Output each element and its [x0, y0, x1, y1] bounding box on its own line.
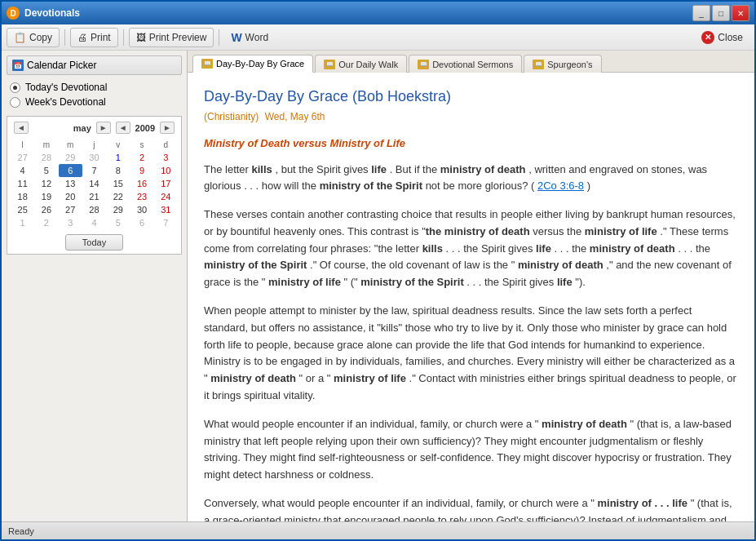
calendar-day[interactable]: 7 [82, 164, 106, 177]
calendar-day[interactable]: 7 [154, 216, 178, 229]
tab-icon-devotional-sermons: 📖 [418, 60, 429, 69]
main-area: 📅 Calendar Picker Today's Devotional Wee… [2, 51, 754, 521]
cal-header-s: s [130, 139, 153, 151]
window-close-button[interactable]: ✕ [732, 5, 749, 21]
print-button[interactable]: 🖨 Print [70, 28, 118, 47]
today-devotional-radio[interactable]: Today's Devotional [10, 82, 182, 93]
calendar-day[interactable]: 31 [154, 203, 178, 216]
tab-label-devotional-sermons: Devotional Sermons [432, 60, 513, 69]
minimize-button[interactable]: _ [692, 5, 710, 21]
cal-header-j: j [82, 139, 106, 151]
close-toolbar-button[interactable]: ✕ Close [695, 28, 749, 47]
calendar-day[interactable]: 29 [59, 151, 82, 164]
tab-spurgeons[interactable]: 📖 Spurgeon's [524, 55, 601, 73]
week-devotional-label: Week's Devotional [25, 96, 106, 108]
calendar-day[interactable]: 5 [106, 216, 130, 229]
toolbar-separator-3 [219, 29, 219, 46]
cal-header-m1: m [34, 139, 58, 151]
calendar-day[interactable]: 4 [82, 216, 106, 229]
print-preview-button[interactable]: 🖼 Print Preview [129, 28, 214, 47]
content-subtitle: (Christianity) Wed, May 6th [204, 109, 738, 124]
prev-year-button[interactable]: ◄ [116, 122, 130, 134]
calendar-day[interactable]: 9 [130, 164, 153, 177]
radio-dot-today [13, 86, 17, 90]
calendar-day[interactable]: 27 [11, 151, 34, 164]
calendar-day[interactable]: 30 [82, 151, 106, 164]
paragraph-4: What would people encounter if an indivi… [204, 416, 738, 484]
calendar-year: 2009 [135, 123, 155, 133]
calendar-day[interactable]: 30 [130, 203, 153, 216]
section-heading: Ministry of Death versus Ministry of Lif… [204, 135, 738, 152]
tab-icon-our-daily-walk: 📖 [324, 60, 335, 69]
calendar-day[interactable]: 11 [11, 177, 34, 190]
today-button[interactable]: Today [65, 234, 123, 251]
calendar-day[interactable]: 3 [59, 216, 82, 229]
calendar-day[interactable]: 8 [106, 164, 130, 177]
calendar-day[interactable]: 14 [82, 177, 106, 190]
calendar-day[interactable]: 18 [11, 190, 34, 203]
calendar-day[interactable]: 16 [130, 177, 153, 190]
subtitle-prefix: (Christianity) [204, 111, 259, 122]
maximize-button[interactable]: □ [712, 5, 730, 21]
calendar-day[interactable]: 1 [106, 151, 130, 164]
next-year-button[interactable]: ► [160, 122, 175, 134]
calendar-grid: l m m j v s d 27282930123456789101112131… [11, 139, 178, 229]
window-controls: _ □ ✕ [692, 5, 749, 21]
calendar-day[interactable]: 15 [106, 177, 130, 190]
calendar-day[interactable]: 22 [106, 190, 130, 203]
calendar-picker-header: 📅 Calendar Picker [7, 55, 182, 75]
content-title: Day-By-Day By Grace (Bob Hoekstra) [204, 86, 738, 108]
toolbar-separator-2 [123, 29, 124, 46]
copy-icon: 📋 [14, 32, 26, 43]
calendar-day[interactable]: 17 [154, 177, 178, 190]
cal-header-d: d [154, 139, 178, 151]
toolbar: 📋 Copy 🖨 Print 🖼 Print Preview W Word ✕ … [2, 24, 754, 51]
calendar-day[interactable]: 2 [34, 216, 58, 229]
calendar-day[interactable]: 6 [59, 164, 82, 177]
bible-ref-1[interactable]: 2Co 3:6-8 [537, 180, 584, 192]
calendar-day[interactable]: 28 [34, 151, 58, 164]
calendar-day[interactable]: 24 [154, 190, 178, 203]
tab-label-day-by-day: Day-By-Day By Grace [216, 59, 304, 69]
radio-group: Today's Devotional Week's Devotional [7, 82, 182, 108]
copy-button[interactable]: 📋 Copy [7, 28, 60, 47]
calendar-day[interactable]: 23 [130, 190, 153, 203]
calendar-month-year: may ► ◄ 2009 ► [73, 122, 175, 134]
calendar-day[interactable]: 5 [34, 164, 58, 177]
calendar-day[interactable]: 25 [11, 203, 34, 216]
calendar-day[interactable]: 28 [82, 203, 106, 216]
tab-devotional-sermons[interactable]: 📖 Devotional Sermons [409, 55, 522, 73]
calendar-day[interactable]: 2 [130, 151, 153, 164]
calendar-day[interactable]: 3 [154, 151, 178, 164]
calendar-day[interactable]: 26 [34, 203, 58, 216]
calendar-day[interactable]: 13 [59, 177, 82, 190]
calendar-day[interactable]: 27 [59, 203, 82, 216]
calendar-day[interactable]: 29 [106, 203, 130, 216]
tab-label-spurgeons: Spurgeon's [547, 60, 592, 69]
calendar-day[interactable]: 6 [130, 216, 153, 229]
toolbar-separator-1 [64, 29, 65, 46]
tab-our-daily-walk[interactable]: 📖 Our Daily Walk [315, 55, 407, 73]
next-month-button[interactable]: ► [96, 122, 111, 134]
today-devotional-label: Today's Devotional [25, 82, 107, 93]
calendar-day[interactable]: 4 [11, 164, 34, 177]
calendar-day[interactable]: 19 [34, 190, 58, 203]
calendar: ◄ may ► ◄ 2009 ► l m m [7, 116, 182, 255]
calendar-day[interactable]: 10 [154, 164, 178, 177]
print-icon: 🖨 [77, 32, 87, 43]
calendar-day[interactable]: 1 [11, 216, 34, 229]
tab-day-by-day[interactable]: 📖 Day-By-Day By Grace [192, 55, 313, 73]
word-button[interactable]: W Word [224, 28, 275, 47]
cal-header-m2: m [59, 139, 82, 151]
paragraph-3: When people attempt to minister by the l… [204, 303, 738, 405]
calendar-day[interactable]: 12 [34, 177, 58, 190]
content-area[interactable]: Day-By-Day By Grace (Bob Hoekstra) (Chri… [188, 73, 754, 521]
week-devotional-radio[interactable]: Week's Devotional [10, 96, 182, 108]
prev-month-button[interactable]: ◄ [14, 122, 29, 134]
right-panel: 📖 Day-By-Day By Grace 📖 Our Daily Walk 📖… [188, 51, 754, 521]
calendar-day[interactable]: 21 [82, 190, 106, 203]
calendar-day[interactable]: 20 [59, 190, 82, 203]
calendar-nav: ◄ may ► ◄ 2009 ► [11, 120, 178, 135]
cal-header-l: l [11, 139, 34, 151]
tab-label-our-daily-walk: Our Daily Walk [338, 60, 398, 69]
